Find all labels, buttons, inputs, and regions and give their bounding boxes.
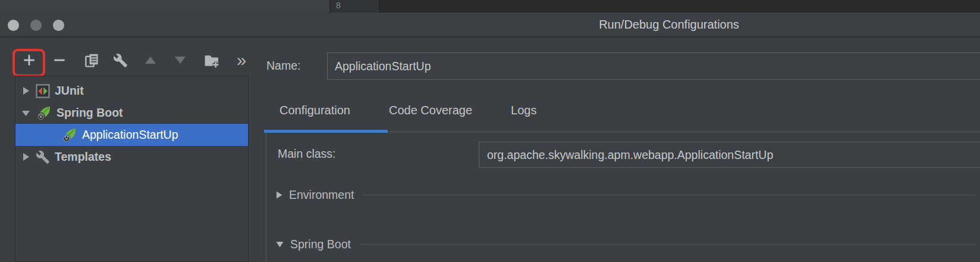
tab-configuration[interactable]: Configuration	[269, 104, 360, 117]
tab-code-coverage[interactable]: Code Coverage	[379, 104, 482, 117]
junit-icon	[36, 84, 50, 98]
tree-item-label: Spring Boot	[56, 106, 123, 120]
section-environment[interactable]: Environment	[275, 187, 975, 202]
create-folder-button[interactable]	[203, 52, 219, 68]
expand-right-icon[interactable]	[20, 85, 34, 96]
configurations-tree: JUnit Spring Boot	[15, 76, 249, 262]
editor-line-number: 8	[336, 1, 341, 10]
editor-gutter: 8	[331, 0, 378, 13]
settings-tabs: Configuration Code Coverage Logs	[269, 98, 546, 122]
copy-configuration-button[interactable]	[83, 52, 100, 68]
move-up-button[interactable]	[142, 52, 159, 68]
copy-icon	[84, 52, 100, 68]
move-down-button[interactable]	[172, 52, 189, 68]
remove-configuration-button[interactable]	[51, 52, 68, 68]
zoom-window-button[interactable]	[53, 20, 64, 31]
tree-item-templates[interactable]: Templates	[15, 146, 248, 168]
arrow-down-icon	[175, 57, 186, 64]
dialog-titlebar: Run/Debug Configurations	[0, 13, 980, 38]
tree-item-junit[interactable]: JUnit	[15, 80, 248, 102]
close-window-button[interactable]	[8, 20, 19, 31]
dialog-title: Run/Debug Configurations	[559, 18, 779, 32]
window-controls	[8, 20, 64, 31]
tab-logs[interactable]: Logs	[501, 104, 546, 117]
expand-right-icon[interactable]	[20, 151, 34, 163]
tree-item-spring-boot[interactable]: Spring Boot	[15, 102, 248, 124]
section-separator	[362, 195, 975, 195]
expand-down-icon[interactable]	[275, 241, 284, 248]
tree-item-label: Templates	[55, 150, 111, 164]
arrow-up-icon	[145, 57, 156, 64]
folder-plus-icon	[203, 52, 219, 68]
double-chevron-icon: »	[237, 52, 245, 68]
wrench-icon	[113, 53, 128, 68]
tree-item-label: JUnit	[55, 84, 84, 98]
tree-item-applicationstartup[interactable]: ApplicationStartUp	[15, 124, 248, 146]
section-spring-boot[interactable]: Spring Boot	[275, 236, 975, 252]
minimize-window-button[interactable]	[30, 20, 42, 31]
name-label: Name:	[266, 59, 300, 73]
add-button-highlight-annotation	[12, 49, 45, 77]
section-separator	[359, 244, 975, 245]
name-input[interactable]	[327, 52, 980, 80]
minus-icon	[52, 52, 67, 68]
wrench-icon	[36, 150, 50, 164]
expand-down-icon[interactable]	[20, 107, 34, 118]
background-window-strip: 8	[0, 0, 980, 13]
spring-boot-icon	[36, 105, 52, 121]
section-label: Spring Boot	[290, 238, 351, 251]
section-label: Environment	[289, 188, 354, 202]
spring-boot-icon	[61, 127, 77, 143]
active-tab-underline	[264, 130, 388, 133]
run-debug-configurations-dialog: Run/Debug Configurations	[0, 13, 980, 262]
tree-item-label: ApplicationStartUp	[82, 128, 178, 142]
more-actions-button[interactable]: »	[233, 52, 249, 68]
background-panel	[0, 0, 330, 13]
expand-right-icon[interactable]	[275, 191, 283, 199]
edit-templates-button[interactable]	[112, 52, 128, 68]
